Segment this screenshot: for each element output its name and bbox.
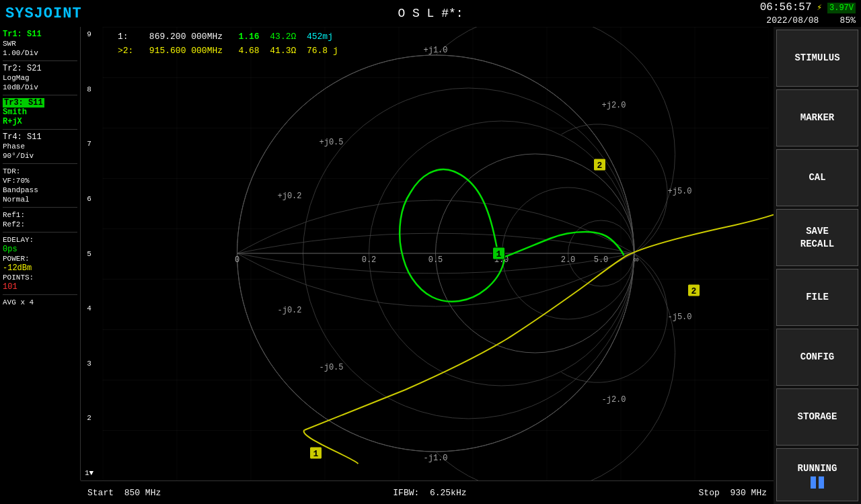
tdr-label: TDR:	[3, 167, 20, 175]
tr2-id: Tr2: S21	[3, 64, 42, 73]
svg-text:0: 0	[235, 255, 239, 265]
m2-react: 76.8 j	[307, 46, 338, 56]
ref1-label: Ref1:	[3, 211, 25, 219]
osl-title: O S L #*:	[398, 7, 463, 20]
tr3-scale: R+jX	[3, 117, 22, 126]
running-button[interactable]: RUNNING	[776, 448, 858, 501]
y-2: 2	[87, 414, 91, 422]
svg-text:1: 1	[313, 449, 319, 459]
left-panel: Tr1: S11 SWR 1.00/Div Tr2: S21 LogMag 10…	[0, 27, 81, 480]
svg-text:5.0: 5.0	[594, 255, 609, 265]
start-freq-value: 850 MHz	[124, 488, 161, 498]
m2-freq: 915.600 000MHz	[149, 46, 233, 56]
ifbw-label: IFBW:	[393, 488, 419, 498]
points-block: POINTS: 101	[3, 273, 77, 292]
svg-text:-j0.2: -j0.2	[277, 306, 301, 315]
y-9: 9	[87, 30, 91, 38]
m2-ohm: 41.3Ω	[270, 46, 301, 56]
y-3: 3	[87, 360, 91, 368]
logo: SYSJOINT	[5, 5, 82, 22]
tr4-scale: 90°/Div	[3, 152, 34, 160]
tr4-mode: Phase	[3, 142, 25, 151]
svg-text:2: 2	[597, 161, 603, 171]
marker-info: 1: 869.200 000MHz 1.16 43.2Ω 452mj >2: 9…	[118, 30, 774, 58]
svg-text:2: 2	[691, 286, 697, 296]
stop-freq-value: 930 MHz	[730, 488, 767, 498]
chart-canvas: 1: 869.200 000MHz 1.16 43.2Ω 452mj >2: 9…	[98, 27, 774, 480]
svg-text:-j5.0: -j5.0	[667, 312, 691, 322]
run-bar-2	[819, 476, 824, 489]
y-6: 6	[87, 195, 91, 203]
tr2-mode: LogMag	[3, 74, 30, 82]
tr1-scale: 1.00/Div	[3, 49, 38, 57]
power-block: POWER: -12dBm	[3, 254, 77, 273]
marker1-line: 1: 869.200 000MHz 1.16 43.2Ω 452mj	[118, 30, 774, 44]
clock-area: 06:56:57 ⚡ 3.97V 2022/08/08 85%	[760, 0, 856, 27]
y-1: 1▼	[85, 469, 93, 477]
running-label: RUNNING	[798, 463, 837, 474]
m1-swr: 1.16	[238, 32, 264, 42]
svg-text:+j0.5: +j0.5	[319, 138, 343, 147]
file-button[interactable]: FILE	[776, 269, 858, 326]
tr3-id: Tr3: S11	[3, 98, 44, 108]
edelay-value: 0ps	[3, 245, 17, 254]
svg-text:-j1.0: -j1.0	[423, 454, 447, 463]
battery-icon: ⚡	[817, 3, 822, 13]
tr1-id: Tr1: S11	[3, 30, 42, 39]
smith-chart-svg: +j1.0 +j2.0 +j5.0 +j0.2 +j0.5 -j0.2 -j0.…	[98, 27, 774, 480]
running-bars	[811, 476, 824, 489]
header: SYSJOINT O S L #*: 06:56:57 ⚡ 3.97V 2022…	[0, 0, 861, 27]
svg-text:2.0: 2.0	[561, 255, 576, 265]
tdr-normal: Normal	[3, 196, 30, 204]
cal-button[interactable]: CAL	[776, 149, 858, 206]
ifbw-value: 6.25kHz	[430, 488, 467, 498]
svg-text:-j0.5: -j0.5	[319, 363, 343, 372]
avg-label: AVG x 4	[3, 298, 34, 306]
y-axis: 9 8 7 6 5 4 3 2 1▼	[81, 27, 98, 480]
svg-text:0.5: 0.5	[428, 255, 443, 265]
m2-prefix: >2:	[118, 46, 144, 56]
tr2-scale: 10dB/Div	[3, 83, 38, 91]
points-label: POINTS:	[3, 274, 34, 282]
marker-button[interactable]: MARKER	[776, 89, 858, 146]
tdr-block: TDR: VF:70% Bandpass Normal	[3, 167, 77, 204]
trace-4: Tr4: S11 Phase 90°/Div	[3, 132, 77, 161]
svg-text:0.2: 0.2	[362, 255, 377, 265]
y-8: 8	[87, 85, 91, 93]
right-panel: STIMULUS MARKER CAL SAVERECALL FILE CONF…	[774, 27, 861, 504]
tr3-mode: Smith	[3, 108, 27, 117]
tdr-vf: VF:70%	[3, 177, 30, 185]
m1-freq: 869.200 000MHz	[149, 32, 233, 42]
run-bar-1	[811, 476, 816, 489]
ifbw: IFBW: 6.25kHz	[393, 488, 466, 498]
clock: 06:56:57	[760, 1, 812, 13]
stop-freq: Stop 930 MHz	[699, 488, 767, 498]
save-recall-button[interactable]: SAVERECALL	[776, 209, 858, 266]
config-button[interactable]: CONFIG	[776, 329, 858, 386]
svg-text:+j5.0: +j5.0	[667, 187, 691, 196]
start-label: Start	[87, 488, 114, 498]
svg-text:-j2.0: -j2.0	[601, 395, 626, 405]
trace-3: Tr3: S11 Smith R+jX	[3, 98, 77, 126]
svg-text:+j0.2: +j0.2	[277, 192, 301, 201]
refs-block: Ref1: Ref2:	[3, 210, 77, 229]
m1-prefix: 1:	[118, 32, 144, 42]
m1-react: 452mj	[307, 32, 333, 42]
tr1-mode: SWR	[3, 40, 16, 48]
points-value: 101	[3, 282, 17, 292]
trace-1: Tr1: S11 SWR 1.00/Div	[3, 30, 77, 58]
power-label: POWER:	[3, 255, 30, 263]
stop-label: Stop	[699, 488, 720, 498]
m2-swr: 4.68	[238, 46, 264, 56]
battery-volt: 3.97V	[827, 3, 856, 13]
edelay-block: EDELAY: 0ps	[3, 235, 77, 254]
bottom-bar: Start 850 MHz IFBW: 6.25kHz Stop 930 MHz	[81, 480, 774, 504]
storage-button[interactable]: STORAGE	[776, 388, 858, 446]
m1-ohm: 43.2Ω	[270, 32, 301, 42]
stimulus-button[interactable]: STIMULUS	[776, 30, 858, 87]
marker2-line: >2: 915.600 000MHz 4.68 41.3Ω 76.8 j	[118, 44, 774, 58]
chart-area: 9 8 7 6 5 4 3 2 1▼ 1: 869.200 000MHz 1.1…	[81, 27, 774, 480]
avg-block: AVG x 4	[3, 298, 77, 307]
tdr-bandpass: Bandpass	[3, 186, 38, 194]
trace-2: Tr2: S21 LogMag 10dB/Div	[3, 64, 77, 92]
